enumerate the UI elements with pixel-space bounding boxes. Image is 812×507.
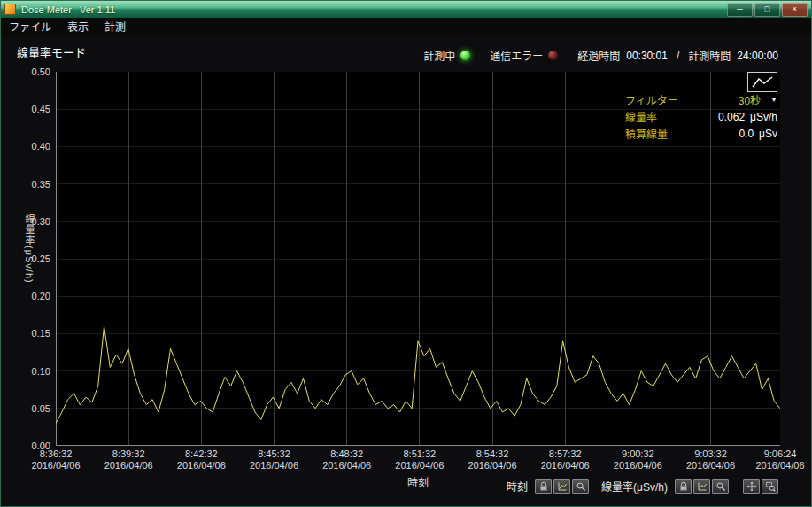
title-bar: Dose Meter Ver 1.11 ─ □ × xyxy=(1,1,811,18)
x-tick-label: 8:48:322016/04/06 xyxy=(312,448,383,472)
time-separator: / xyxy=(677,50,679,62)
y-tick-label: 0.35 xyxy=(10,179,50,190)
y-axis-autoscale-button[interactable] xyxy=(693,479,710,494)
zoom-box-icon xyxy=(765,481,776,492)
app-icon xyxy=(4,4,16,15)
magnifier-icon xyxy=(715,481,726,492)
y-tick-label: 0.15 xyxy=(10,328,50,339)
x-tick-label: 8:42:322016/04/06 xyxy=(166,448,236,472)
magnifier-icon xyxy=(576,481,586,492)
y-tick-label: 0.45 xyxy=(10,104,50,114)
x-tick-label: 9:03:322016/04/06 xyxy=(675,448,746,472)
menu-view[interactable]: 表示 xyxy=(59,18,97,35)
dose-rate-row: 線量率 0.062 μSv/h xyxy=(625,109,777,124)
comm-error-label: 通信エラー xyxy=(490,48,543,63)
dose-rate-label: 線量率 xyxy=(625,109,657,124)
lock-icon xyxy=(678,481,689,492)
accumulated-dose-value: 0.0 xyxy=(739,128,754,140)
chevron-down-icon: ▼ xyxy=(770,96,777,104)
y-tick-label: 0.05 xyxy=(10,403,50,414)
dose-rate-unit: μSv/h xyxy=(750,111,777,123)
axis-toolbar: 時刻 線量率(μSv/h) xyxy=(507,479,778,494)
elapsed-time-label: 経過時間 xyxy=(577,48,620,63)
x-tick-label: 8:39:322016/04/06 xyxy=(93,448,164,472)
y-tick-label: 0.40 xyxy=(10,141,50,152)
graph-legend-icon[interactable] xyxy=(747,72,777,92)
x-axis-autoscale-button[interactable] xyxy=(553,479,570,494)
window-controls: ─ □ × xyxy=(727,3,808,17)
x-tick-label: 8:36:322016/04/06 xyxy=(20,448,91,472)
y-tick-label: 0.00 xyxy=(10,441,50,451)
filter-label: フィルター xyxy=(625,92,678,107)
dose-rate-value: 0.062 xyxy=(718,111,745,123)
x-tick-label: 8:54:322016/04/06 xyxy=(457,448,528,472)
window-title: Dose Meter Ver 1.11 xyxy=(21,4,115,15)
crosshair-icon xyxy=(746,481,757,492)
pan-button[interactable] xyxy=(743,479,760,494)
measuring-led-icon xyxy=(460,51,470,60)
x-tick-label: 9:00:322016/04/06 xyxy=(602,448,673,472)
time-axis-label: 時刻 xyxy=(507,479,528,494)
plot-style-icon xyxy=(750,74,775,90)
accumulated-dose-label: 積算線量 xyxy=(625,126,668,141)
filter-value: 30秒 xyxy=(739,92,761,107)
accumulated-dose-unit: μSv xyxy=(759,128,777,140)
minimize-button[interactable]: ─ xyxy=(727,3,753,17)
menu-file[interactable]: ファイル xyxy=(1,18,59,35)
menu-measure[interactable]: 計測 xyxy=(97,18,134,35)
measuring-label: 計測中 xyxy=(423,48,455,63)
status-row: 計測中 通信エラー 経過時間 00:30:01 / 計測時間 24:00:00 xyxy=(423,48,778,63)
page-title: 線量率モード xyxy=(17,43,86,60)
zoom-button[interactable] xyxy=(762,479,778,494)
total-time-label: 計測時間 xyxy=(688,48,731,63)
menu-bar: ファイル 表示 計測 xyxy=(1,18,811,35)
y-axis-title: 線量率(μSv/h) xyxy=(22,214,36,284)
y-axis-format-button[interactable] xyxy=(712,479,729,494)
comm-error-led-icon xyxy=(548,51,558,60)
app-window: Dose Meter Ver 1.11 ─ □ × ファイル 表示 計測 線量率… xyxy=(0,0,812,507)
y-tick-label: 0.10 xyxy=(10,366,50,377)
total-time-value: 24:00:00 xyxy=(737,50,778,62)
autoscale-icon xyxy=(697,481,708,492)
x-tick-label: 8:51:322016/04/06 xyxy=(384,448,455,472)
y-axis-lock-button[interactable] xyxy=(675,479,692,494)
filter-row: フィルター 30秒 ▼ xyxy=(625,92,777,107)
x-axis-lock-button[interactable] xyxy=(535,479,552,494)
close-button[interactable]: × xyxy=(782,3,808,17)
filter-dropdown[interactable]: 30秒 ▼ xyxy=(739,92,777,107)
x-tick-label: 8:57:322016/04/06 xyxy=(530,448,600,472)
maximize-button[interactable]: □ xyxy=(754,3,780,17)
accumulated-dose-row: 積算線量 0.0 μSv xyxy=(625,126,777,141)
autoscale-icon xyxy=(557,481,568,492)
lock-icon xyxy=(538,481,549,492)
x-tick-label: 8:45:322016/04/06 xyxy=(238,448,309,472)
x-axis-format-button[interactable] xyxy=(572,479,589,494)
y-tick-label: 0.50 xyxy=(10,66,50,77)
x-tick-label: 9:06:242016/04/06 xyxy=(745,448,812,472)
dose-axis-label: 線量率(μSv/h) xyxy=(601,479,668,494)
y-tick-label: 0.20 xyxy=(10,291,50,301)
elapsed-time-value: 00:30:01 xyxy=(626,50,668,62)
